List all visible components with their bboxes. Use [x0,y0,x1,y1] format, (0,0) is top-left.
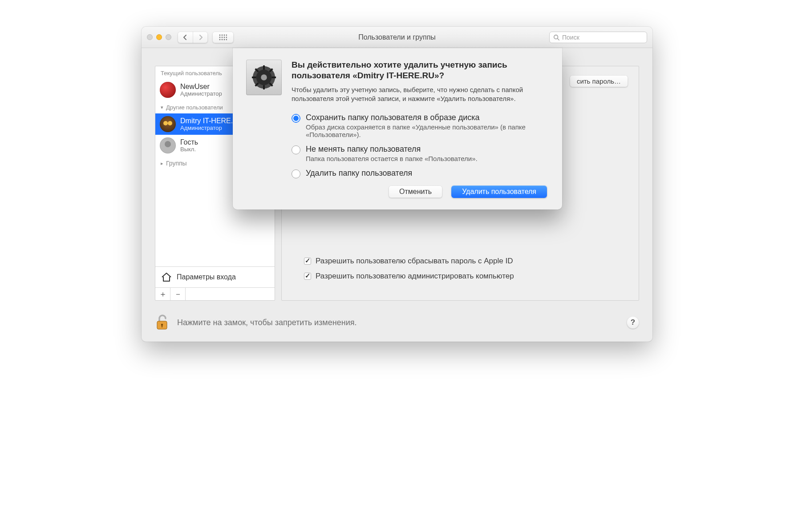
chevron-right-icon: ▸ [161,161,163,166]
svg-point-5 [222,36,223,38]
svg-point-3 [226,34,227,36]
lock-row: Нажмите на замок, чтобы запретить измене… [155,314,639,331]
svg-point-6 [224,36,225,38]
svg-point-28 [261,74,267,81]
forward-button[interactable] [193,32,208,43]
svg-point-8 [219,39,221,40]
back-button[interactable] [178,32,193,43]
avatar-icon [160,82,176,98]
groups-label: Группы [166,160,187,167]
radio-icon[interactable] [292,169,300,178]
svg-point-2 [224,34,225,36]
lock-open-icon[interactable] [155,314,169,331]
radio-option-delete-folder[interactable]: Удалить папку пользователя [292,169,547,178]
remove-user-button[interactable]: － [170,288,186,300]
help-button[interactable]: ? [627,316,639,329]
check-label: Разрешить пользователю сбрасывать пароль… [316,257,513,266]
radio-option-save-disk-image[interactable]: Сохранить папку пользователя в образе ди… [292,113,547,138]
checkbox-icon[interactable] [304,273,311,280]
radio-label: Не менять папку пользователя [306,145,491,154]
minimize-window-button[interactable] [156,34,162,40]
search-icon [553,34,559,40]
reset-password-button[interactable]: сить пароль… [570,75,628,87]
radio-label: Сохранить папку пользователя в образе ди… [306,113,547,122]
check-label: Разрешить пользователю администрировать … [316,272,514,281]
search-input[interactable] [562,34,643,41]
radio-option-keep-folder[interactable]: Не менять папку пользователя Папка польз… [292,145,547,162]
svg-point-11 [226,39,227,40]
radio-sublabel: Образ диска сохраняется в папке «Удаленн… [306,123,547,138]
add-remove-bar: ＋ － [155,287,275,300]
search-field[interactable] [549,32,647,43]
avatar-icon [160,137,176,153]
svg-point-9 [222,39,223,40]
user-role: Выкл. [180,146,198,153]
radio-label: Удалить папку пользователя [306,169,412,178]
check-row-reset-appleid[interactable]: Разрешить пользователю сбрасывать пароль… [304,257,625,266]
user-role: Администратор [180,91,222,97]
svg-line-13 [558,38,559,40]
svg-point-10 [224,39,225,40]
dialog-actions: Отменить Удалить пользователя [246,185,547,198]
radio-icon[interactable] [292,145,300,154]
login-options-row[interactable]: Параметры входа [155,266,275,287]
preferences-window: Пользователи и группы Текущий пользовате… [142,27,652,342]
add-user-button[interactable]: ＋ [155,288,170,300]
lock-hint-text: Нажмите на замок, чтобы запретить измене… [177,318,356,327]
window-controls [147,34,171,40]
user-name: NewUser [180,83,222,91]
system-preferences-icon [246,60,282,95]
user-permission-checks: Разрешить пользователю сбрасывать пароль… [304,250,625,287]
svg-point-4 [219,36,221,38]
login-options-label: Параметры входа [177,273,236,281]
check-row-admin[interactable]: Разрешить пользователю администрировать … [304,272,625,281]
delete-user-dialog: Вы действительно хотите удалить учетную … [233,48,562,210]
nav-back-forward [178,32,208,43]
user-name: Гость [180,138,198,146]
cancel-button[interactable]: Отменить [389,185,442,198]
delete-user-button[interactable]: Удалить пользователя [451,185,547,198]
delete-options-radio-group: Сохранить папку пользователя в образе ди… [246,113,547,178]
checkbox-icon[interactable] [304,258,311,265]
radio-sublabel: Папка пользователя остается в папке «Пол… [306,155,491,162]
radio-icon[interactable] [292,114,300,123]
dialog-title: Вы действительно хотите удалить учетную … [292,60,547,81]
svg-point-1 [222,34,223,36]
show-all-button[interactable] [212,32,234,43]
svg-point-7 [226,36,227,38]
titlebar: Пользователи и группы [142,27,652,48]
dialog-description: Чтобы удалить эту учетную запись, выбери… [292,85,547,104]
svg-rect-17 [162,325,162,327]
svg-point-0 [219,34,221,36]
avatar-icon [160,116,176,132]
zoom-window-button[interactable] [166,34,171,40]
close-window-button[interactable] [147,34,153,40]
home-icon [161,271,172,283]
